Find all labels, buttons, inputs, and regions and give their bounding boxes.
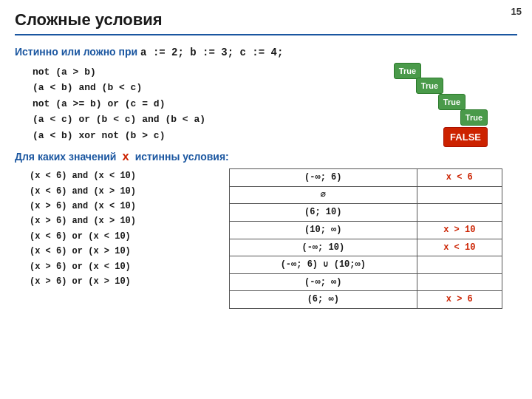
condition-line-1: not (a > b)	[33, 64, 517, 80]
table-row: ∅	[230, 186, 502, 204]
badge-4: True	[460, 109, 488, 126]
table-row: (-∞; ∞)	[230, 273, 502, 291]
for-label2: истинны условия:	[135, 151, 229, 163]
table-cell-left: (-∞; 6)	[230, 169, 417, 187]
table-row: (-∞; 6) ∪ (10;∞)	[230, 256, 502, 274]
table-cell-left: (6; 10)	[230, 204, 417, 222]
conditions-block: not (a > b) (a < b) and (b < c) not (a >…	[0, 61, 532, 146]
badge-2: True	[416, 78, 443, 94]
table-cell-left: (-∞; ∞)	[230, 273, 417, 291]
table-cell-right	[417, 204, 502, 222]
page-title: Сложные условия	[0, 0, 532, 34]
table-row: (6; ∞) x > 6	[230, 291, 502, 309]
table-row: (10; ∞) x > 10	[230, 221, 502, 239]
badge-1: True	[394, 63, 421, 79]
page-number: 15	[511, 6, 522, 17]
table-row: (6; 10)	[230, 204, 502, 222]
left-cond-3: (x > 6) and (x < 10)	[30, 199, 222, 214]
table-cell-right: x > 6	[417, 291, 502, 309]
for-section: Для каких значений x истинны условия: (x…	[0, 146, 532, 312]
table-cell-left: (-∞; 6) ∪ (10;∞)	[230, 256, 417, 274]
left-cond-7: (x > 6) or (x < 10)	[30, 259, 222, 274]
for-label: Для каких значений	[15, 151, 116, 163]
left-cond-1: (x < 6) and (x < 10)	[30, 168, 222, 183]
left-cond-6: (x < 6) or (x > 10)	[30, 244, 222, 259]
table-row: (-∞; 6) x < 6	[230, 169, 502, 187]
table-cell-left: (6; ∞)	[230, 291, 417, 309]
intro-code: a := 2; b := 3; c := 4;	[140, 47, 283, 58]
table-cell-right	[417, 256, 502, 274]
badge-3: True	[438, 94, 466, 110]
left-cond-5: (x < 6) or (x < 10)	[30, 229, 222, 244]
table-cell-right: x > 10	[417, 221, 502, 239]
left-conditions-list: (x < 6) and (x < 10) (x < 6) and (x > 10…	[30, 168, 222, 309]
condition-line-4: (a < c) or (b < c) and (b < a)	[33, 112, 517, 127]
table-cell-right	[417, 186, 502, 204]
table-cell-left: (10; ∞)	[230, 221, 417, 239]
title-divider	[15, 34, 517, 35]
left-cond-4: (x > 6) and (x > 10)	[30, 214, 222, 228]
left-cond-2: (x < 6) and (x > 10)	[30, 184, 222, 199]
table-cell-right	[417, 273, 502, 291]
right-table: (-∞; 6) x < 6 ∅ (6; 10) (10; ∞) x > 10	[229, 168, 502, 309]
badge-5: FALSE	[443, 127, 488, 147]
left-cond-8: (x > 6) or (x > 10)	[30, 274, 222, 289]
table-row: (-∞; 10) x < 10	[230, 239, 502, 256]
intro-line: Истинно или ложно при a := 2; b := 3; c …	[0, 43, 532, 61]
x-variable: x	[122, 151, 129, 164]
table-cell-right: x < 10	[417, 239, 502, 256]
table-cell-right: x < 6	[417, 169, 502, 187]
for-text-line: Для каких значений x истинны условия:	[15, 151, 517, 164]
results-table: (-∞; 6) x < 6 ∅ (6; 10) (10; ∞) x > 10	[229, 168, 502, 309]
table-cell-left: (-∞; 10)	[230, 239, 417, 256]
bottom-area: (x < 6) and (x < 10) (x < 6) and (x > 10…	[15, 168, 517, 309]
intro-text-label: Истинно или ложно при	[15, 46, 137, 58]
table-cell-left: ∅	[230, 186, 417, 204]
